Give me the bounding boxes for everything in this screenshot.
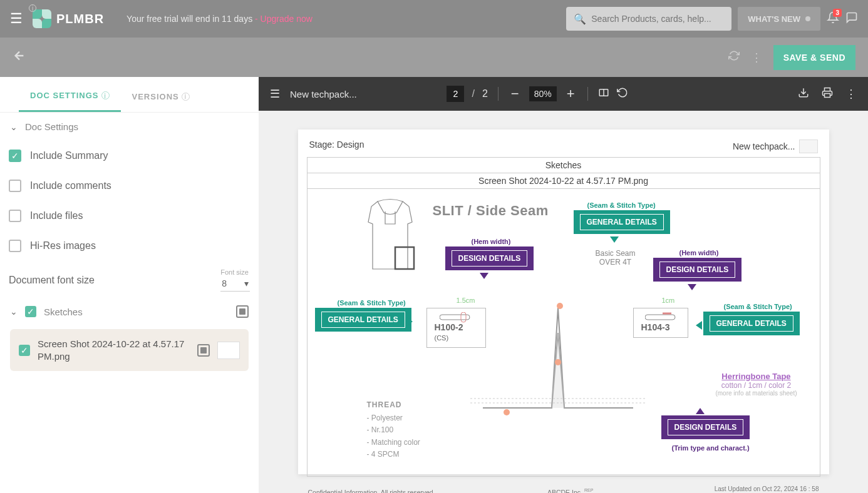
chevron-down-icon: ⌄ <box>10 122 18 132</box>
include-comments-checkbox[interactable] <box>9 180 21 192</box>
file-name: Screen Shot 2024-10-22 at 4.57.17 PM.png <box>38 338 190 362</box>
viewer-toolbar: ☰ New techpack... / 2 − 80% + <box>259 77 868 111</box>
sketch-box: Sketches Screen Shot 2024-10-22 at 4.57.… <box>307 157 820 477</box>
font-size-value: 8 <box>222 278 227 288</box>
page-mode-icon[interactable] <box>197 344 210 357</box>
footer-updated: Last Updated on Oct 22, 2024 16 : 58 <box>715 485 819 492</box>
callout-label: (Trim type and charact.) <box>672 444 750 452</box>
logo[interactable]: i PLMBR <box>33 9 104 28</box>
include-files-checkbox[interactable] <box>9 210 21 222</box>
trial-text: Your free trial will end in 11 days - Up… <box>127 14 313 24</box>
kebab-icon[interactable]: ⋮ <box>751 51 762 64</box>
thread-block: THREAD - Polyester - Nr.100 - Matching c… <box>367 399 420 460</box>
tab-doc-settings[interactable]: DOC SETTINGS i <box>19 77 121 112</box>
sketches-caption: Sketches <box>307 158 820 173</box>
save-send-button[interactable]: SAVE & SEND <box>773 45 855 70</box>
footer-rep: REPSKETCH <box>584 488 602 493</box>
stage-label: Stage: Design <box>309 140 364 153</box>
slit-title: SLIT / Side Seam <box>433 203 549 219</box>
doc-settings-toggle[interactable]: ⌄ Doc Settings <box>0 113 259 141</box>
viewer-kebab-icon[interactable]: ⋮ <box>845 87 857 101</box>
callout-label: (Seam & Stitch Type) <box>338 299 406 307</box>
triangle-icon <box>688 284 696 290</box>
rotate-icon[interactable] <box>617 87 628 101</box>
notif-badge: 3 <box>833 9 842 17</box>
dimension-label: 1cm <box>662 297 675 304</box>
page-mode-icon[interactable] <box>236 305 249 318</box>
whats-new-button[interactable]: WHAT'S NEW <box>738 7 820 31</box>
tabs: DOC SETTINGS i VERSIONS i <box>0 77 259 113</box>
herringbone-note: Herringbone Tape cotton / 1cm / color 2 … <box>715 372 797 397</box>
triangle-icon <box>406 317 413 326</box>
file-checkbox[interactable]: ✓ <box>19 345 30 356</box>
dropdown-icon: ▾ <box>244 278 249 288</box>
seam-diagram-center <box>470 270 646 420</box>
callout-label: (Seam & Stitch Type) <box>724 303 792 310</box>
chevron-down-icon: ⌄ <box>10 307 18 317</box>
info-icon: i <box>101 91 110 99</box>
logo-icon <box>33 9 51 28</box>
font-size-label: Document font size <box>9 275 95 286</box>
font-size-select[interactable]: 8 ▾ <box>220 276 250 292</box>
notifications-icon[interactable]: 3 <box>827 11 839 27</box>
triangle-icon <box>696 408 705 414</box>
search-box[interactable]: 🔍 <box>566 7 731 31</box>
callout-label: (Seam & Stitch Type) <box>587 201 656 209</box>
sketches-title: Sketches <box>44 307 229 317</box>
doc-title: New techpack... <box>733 141 795 151</box>
page-separator: / <box>472 88 474 99</box>
document-page: Stage: Design New techpack... Sketches S… <box>298 130 829 474</box>
footer-confidential: Confidential Information. All rights res… <box>308 489 435 493</box>
callout-general: GENERAL DETAILS <box>315 308 411 332</box>
zoom-out-button[interactable]: − <box>509 86 522 102</box>
svg-rect-6 <box>440 315 470 320</box>
mini-thumbnail <box>799 140 818 153</box>
triangle-icon <box>696 321 702 330</box>
tab-versions[interactable]: VERSIONS i <box>121 77 201 112</box>
sketch-canvas: SLIT / Side Seam <box>307 188 820 476</box>
checkbox-label: Include comments <box>30 180 111 191</box>
include-comments-row: Include comments <box>0 171 259 201</box>
callout-general: GENERAL DETAILS <box>574 210 670 234</box>
back-arrow-icon[interactable] <box>13 49 26 66</box>
polo-illustration <box>359 194 421 278</box>
marker-dot <box>555 359 561 365</box>
hires-checkbox[interactable] <box>9 240 21 252</box>
triangle-icon <box>480 273 488 279</box>
svg-rect-2 <box>824 93 830 97</box>
file-item[interactable]: ✓ Screen Shot 2024-10-22 at 4.57.17 PM.p… <box>10 329 249 371</box>
print-icon[interactable] <box>822 87 833 101</box>
font-size-row: Document font size Font size 8 ▾ <box>0 261 259 299</box>
search-icon: 🔍 <box>574 13 586 25</box>
checkbox-label: Include files <box>30 210 83 221</box>
dimension-label: 1.5cm <box>457 297 475 304</box>
include-summary-checkbox[interactable]: ✓ <box>9 150 21 162</box>
sketches-checkbox[interactable]: ✓ <box>25 306 36 317</box>
upgrade-link[interactable]: - Upgrade now <box>255 14 313 24</box>
page-input[interactable] <box>447 86 464 102</box>
fit-page-icon[interactable] <box>598 87 609 101</box>
callout-design: DESIGN DETAILS <box>445 246 534 270</box>
code-box-h100: H100-2 (CS) <box>426 308 486 348</box>
sync-icon[interactable] <box>728 50 740 64</box>
document-viewport[interactable]: Stage: Design New techpack... Sketches S… <box>259 111 868 493</box>
search-input[interactable] <box>591 14 724 24</box>
svg-rect-7 <box>461 312 466 322</box>
zoom-in-button[interactable]: + <box>564 86 577 102</box>
right-panel: ☰ New techpack... / 2 − 80% + <box>259 77 868 493</box>
basic-seam-label: Basic SeamOVER 4T <box>596 249 636 267</box>
brand-text: PLMBR <box>56 12 104 26</box>
viewer-menu-icon[interactable]: ☰ <box>270 87 280 101</box>
menu-icon[interactable]: ☰ <box>10 11 23 27</box>
triangle-icon <box>610 236 619 243</box>
download-icon[interactable] <box>798 87 809 101</box>
marker-dot <box>504 409 510 415</box>
sketches-toggle[interactable]: ⌄ ✓ Sketches <box>10 305 249 318</box>
callout-label: (Hem width) <box>472 238 511 245</box>
chat-icon[interactable] <box>845 11 858 27</box>
file-caption: Screen Shot 2024-10-22 at 4.57.17 PM.png <box>307 173 820 188</box>
doc-footer: Confidential Information. All rights res… <box>307 477 820 493</box>
zoom-value: 80% <box>529 86 557 101</box>
checkbox-label: Hi-Res images <box>30 240 96 252</box>
left-panel: DOC SETTINGS i VERSIONS i ⌄ Doc Settings… <box>0 77 259 493</box>
